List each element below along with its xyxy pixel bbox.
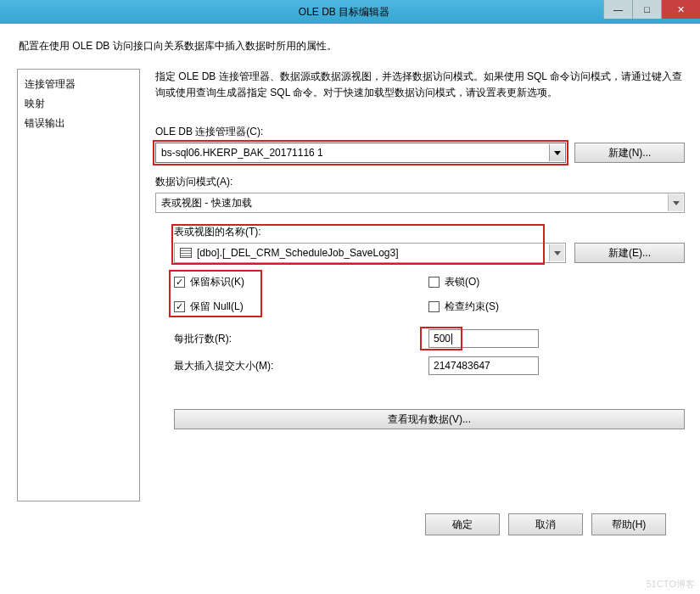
window-title: OLE DB 目标编辑器	[0, 5, 603, 20]
check-constraints-label: 检查约束(S)	[445, 300, 499, 314]
maximize-button[interactable]: □	[632, 0, 661, 19]
keep-null-checkbox[interactable]	[174, 301, 185, 312]
watermark: 51CTO博客	[647, 578, 695, 591]
max-commit-value: 2147483647	[434, 360, 490, 372]
dropdown-arrow-icon	[549, 144, 564, 161]
minimize-icon: —	[613, 5, 623, 14]
sidebar-nav: 连接管理器 映射 错误输出	[17, 69, 140, 502]
minimize-button[interactable]: —	[603, 0, 632, 19]
cancel-button[interactable]: 取消	[508, 513, 583, 535]
sidebar-item-mappings[interactable]: 映射	[18, 94, 139, 114]
table-lock-checkbox[interactable]	[428, 277, 440, 288]
max-commit-input[interactable]: 2147483647	[428, 356, 539, 375]
sidebar-item-error-output[interactable]: 错误输出	[18, 114, 139, 133]
connection-manager-dropdown[interactable]: bs-sql06.HKERP_BAK_20171116 1	[155, 143, 566, 163]
table-name-label: 表或视图的名称(T):	[174, 225, 685, 239]
close-icon: ✕	[677, 5, 685, 14]
maximize-icon: □	[644, 5, 650, 14]
table-icon	[180, 248, 192, 258]
table-lock-label: 表锁(O)	[445, 275, 479, 289]
description-text: 指定 OLE DB 连接管理器、数据源或数据源视图，并选择数据访问模式。如果使用…	[155, 69, 685, 101]
keep-identity-label: 保留标识(K)	[190, 275, 244, 289]
keep-identity-checkbox[interactable]	[174, 277, 185, 288]
sidebar-item-connection-manager[interactable]: 连接管理器	[18, 75, 139, 94]
view-existing-data-button[interactable]: 查看现有数据(V)...	[174, 409, 685, 429]
close-button[interactable]: ✕	[661, 0, 700, 19]
new-table-button[interactable]: 新建(E)...	[574, 243, 685, 263]
rows-per-batch-value: 500	[434, 333, 451, 345]
rows-per-batch-input[interactable]: 500	[428, 329, 539, 348]
dropdown-arrow-icon	[668, 194, 683, 211]
connection-manager-value: bs-sql06.HKERP_BAK_20171116 1	[161, 147, 323, 159]
dropdown-arrow-icon	[549, 244, 564, 261]
table-name-value: [dbo].[_DEL_CRM_ScheduleJob_SaveLog3]	[197, 247, 399, 259]
table-name-dropdown[interactable]: [dbo].[_DEL_CRM_ScheduleJob_SaveLog3]	[174, 243, 566, 263]
keep-null-label: 保留 Null(L)	[190, 300, 244, 314]
check-constraints-checkbox[interactable]	[428, 301, 440, 312]
new-connection-button[interactable]: 新建(N)...	[574, 143, 685, 163]
max-commit-label: 最大插入提交大小(M):	[174, 359, 428, 373]
dialog-footer: 确定 取消 帮助(H)	[17, 502, 685, 535]
access-mode-label: 数据访问模式(A):	[155, 175, 685, 189]
rows-per-batch-label: 每批行数(R):	[174, 332, 428, 346]
connection-manager-label: OLE DB 连接管理器(C):	[155, 125, 685, 139]
access-mode-dropdown[interactable]: 表或视图 - 快速加载	[155, 193, 685, 213]
title-bar: OLE DB 目标编辑器 — □ ✕	[0, 0, 700, 24]
window-controls: — □ ✕	[603, 0, 700, 24]
ok-button[interactable]: 确定	[425, 513, 500, 535]
help-button[interactable]: 帮助(H)	[591, 513, 666, 535]
content-panel: 指定 OLE DB 连接管理器、数据源或数据源视图，并选择数据访问模式。如果使用…	[155, 69, 685, 502]
access-mode-value: 表或视图 - 快速加载	[161, 196, 252, 210]
intro-text: 配置在使用 OLE DB 访问接口向关系数据库中插入数据时所用的属性。	[19, 39, 683, 53]
